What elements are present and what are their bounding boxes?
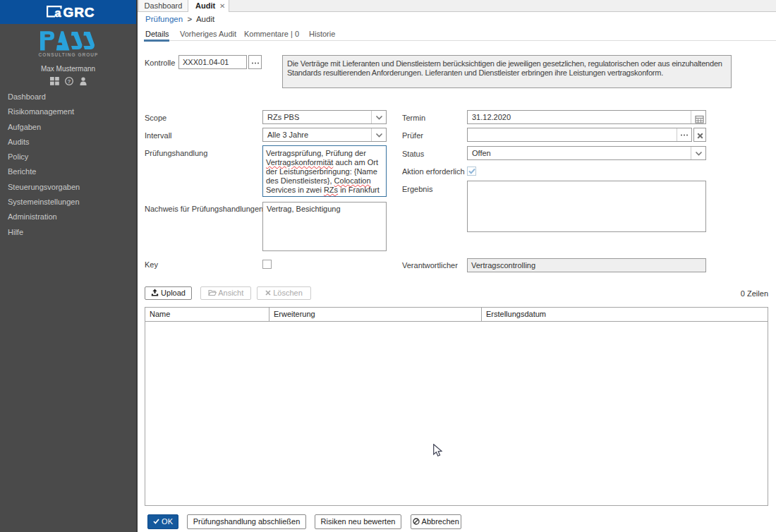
svg-text:a: a bbox=[55, 7, 61, 18]
svg-text:?: ? bbox=[68, 78, 71, 85]
svg-text:GRC: GRC bbox=[63, 6, 95, 18]
